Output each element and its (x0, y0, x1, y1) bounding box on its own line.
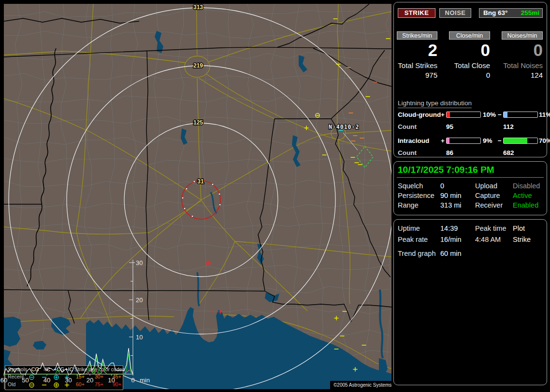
range-ring-label-313: 313 (193, 4, 203, 11)
cg-positive-count: 95 (446, 123, 453, 130)
uptime-value: 14:39 (440, 224, 458, 232)
datetime-display: 10/17/2025 7:09:16 PM (398, 165, 494, 175)
copyright-label: ©2005 Astrogenic Systems (330, 381, 395, 389)
peak-time-value: 4:48 AM (475, 236, 501, 243)
total-close-label: Total Close (449, 61, 490, 70)
ic-positive-pct: 9% (483, 137, 492, 144)
cg-positive-pct: 10% (483, 111, 496, 118)
capture-label: Capture (475, 192, 500, 199)
cloud-ground-label: Cloud-ground (398, 111, 441, 118)
peak-rate-label: Peak rate (398, 236, 428, 243)
bearing-distance: 255mi (521, 9, 539, 17)
count-label: Count (398, 123, 417, 130)
peak-rate-value: 16/min (440, 236, 462, 243)
trend-graph-window: 60 min (440, 250, 462, 257)
divider (397, 177, 544, 178)
strikes-per-min-chip[interactable]: Strikes/min (397, 31, 437, 40)
ic-negative-pct: 70% (539, 137, 550, 144)
persistence-label: Persistence (398, 192, 434, 199)
receiver-label: Receiver (475, 201, 503, 209)
strikes-per-min-value: 2 (397, 41, 437, 60)
receiver-value: Enabled (513, 201, 538, 209)
minus-sign: − (498, 111, 502, 118)
bearing-display: Bng 63° 255mi (479, 8, 543, 18)
intracloud-row: Intracloud + 9% − 70% (394, 137, 547, 144)
strikes-column: Strikes/min 2 Total Strikes 975 (397, 31, 437, 84)
total-noises-label: Total Noises (502, 61, 543, 70)
persistence-value: 90 min (440, 192, 462, 199)
range-ring-label-125: 125 (193, 119, 203, 126)
squelch-value: 0 (440, 182, 444, 190)
storm-cell-label: N-4010-2 (329, 124, 359, 130)
total-strikes-label: Total Strikes (397, 61, 437, 70)
trend-series-intracloud (4, 354, 133, 374)
application-window: N-4010-2 31321912531 Symbols -CG -IC +CG… (0, 0, 550, 392)
uptime-label: Uptime (398, 224, 420, 232)
noise-toggle-button[interactable]: NOISE (439, 8, 471, 18)
close-per-min-value: 0 (449, 41, 490, 60)
cg-positive-bar (446, 112, 481, 118)
peak-time-label: Peak time (475, 224, 506, 232)
range-label: Range (398, 201, 419, 209)
ic-negative-bar (503, 138, 538, 144)
x-tick-label: 0 (131, 377, 134, 384)
range-ring-label-31: 31 (197, 178, 204, 185)
x-tick-label: 10 (108, 377, 115, 384)
close-per-min-chip[interactable]: Close/min (449, 31, 490, 40)
plus-sign: + (441, 111, 445, 118)
range-ring-label-219: 219 (193, 62, 203, 69)
total-noises-value: 124 (502, 71, 543, 79)
ic-positive-count: 86 (446, 149, 453, 156)
bearing-value: Bng 63° (483, 9, 507, 17)
plus-sign: + (441, 137, 445, 144)
noises-column: Noises/min 0 Total Noises 124 (502, 31, 543, 84)
x-tick-label: 30 (65, 377, 72, 384)
cg-negative-count: 112 (503, 123, 514, 130)
ic-negative-count: 682 (503, 149, 514, 156)
trend-panel: Uptime 14:39 Peak time Plot Peak rate 16… (393, 219, 547, 385)
y-tick-label: 30 (136, 259, 143, 266)
x-tick-label: 20 (87, 377, 93, 384)
receiver-status-panel: 10/17/2025 7:09:16 PM Squelch 0 Upload D… (393, 161, 547, 215)
noises-per-min-chip[interactable]: Noises/min (502, 31, 543, 40)
x-tick-label: 60 (0, 377, 7, 384)
cg-negative-pct: 11% (539, 111, 550, 118)
distribution-title: Lightning type distribution (398, 99, 472, 108)
trend-graph-label: Trend graph (398, 250, 435, 257)
minus-sign: − (498, 137, 502, 144)
count-label: Count (398, 149, 417, 156)
plot-mode-value: Strike (513, 236, 531, 243)
x-tick-label: 40 (43, 377, 50, 384)
upload-value: Disabled (513, 182, 540, 190)
y-tick-label: 10 (136, 334, 143, 341)
plot-label: Plot (513, 224, 525, 232)
cloud-ground-row: Cloud-ground + 10% − 11% (394, 111, 547, 118)
x-axis-unit: min (140, 377, 150, 384)
strike-stats-panel: STRIKE NOISE Bng 63° 255mi Strikes/min 2… (393, 2, 547, 157)
x-tick-label: 50 (22, 377, 29, 384)
trend-graph-chart: 1020306050403020100min (0, 219, 154, 385)
squelch-label: Squelch (398, 182, 423, 190)
trend-series-total-strikes (4, 348, 133, 374)
range-value: 313 mi (440, 201, 462, 209)
total-strikes-value: 975 (397, 71, 437, 79)
intracloud-label: Intracloud (398, 137, 429, 144)
upload-label: Upload (475, 182, 497, 190)
cg-negative-bar (503, 112, 538, 118)
strike-toggle-button[interactable]: STRIKE (398, 8, 435, 18)
ic-positive-bar (446, 138, 481, 144)
capture-value: Active (513, 192, 532, 199)
close-column: Close/min 0 Total Close 0 (449, 31, 490, 84)
river (197, 272, 199, 306)
total-close-value: 0 (449, 71, 490, 79)
noises-per-min-value: 0 (502, 41, 543, 60)
y-tick-label: 20 (136, 296, 143, 304)
